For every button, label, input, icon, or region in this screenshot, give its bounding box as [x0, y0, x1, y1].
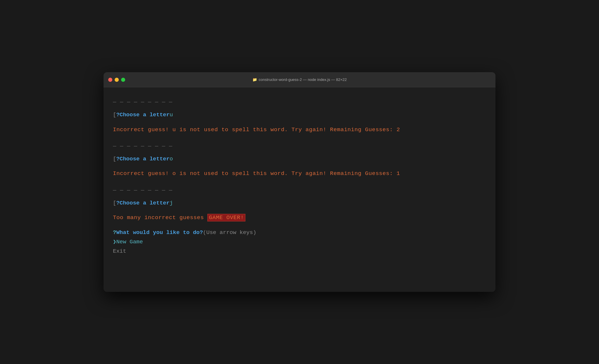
menu-prompt-q: ? — [113, 228, 116, 237]
game-over-prefix: Too many incorrect guesses GAME OVER! — [113, 213, 486, 222]
dashes-line-3: _ _ _ _ _ _ _ _ _ — [113, 184, 486, 193]
prompt-q-2: ? — [116, 154, 119, 164]
window-title: 📁 constructor-word-guess-2 — node index.… — [252, 77, 347, 82]
prompt-q-1: ? — [116, 110, 119, 119]
error-line-2: Incorrect guess! o is not used to spell … — [113, 169, 486, 178]
dashes-line-1: _ _ _ _ _ _ _ _ _ — [113, 96, 486, 105]
prompt-bracket-1: [ — [113, 110, 116, 119]
menu-arrow-icon: ❯ — [113, 237, 116, 247]
terminal-window: 📁 constructor-word-guess-2 — node index.… — [104, 72, 495, 292]
minimize-button[interactable] — [115, 78, 119, 82]
prompt-line-3: [ ? Choose a letter j — [113, 198, 486, 208]
prompt-q-3: ? — [116, 198, 119, 208]
folder-icon: 📁 — [252, 77, 257, 82]
prompt-answer-1: u — [170, 110, 173, 119]
menu-item-new-game[interactable]: ❯ New Game — [113, 237, 486, 247]
prompt-answer-3: j — [170, 198, 173, 208]
prompt-line-1: [ ? Choose a letter u — [113, 110, 486, 119]
prompt-keyword-3: Choose a letter — [120, 198, 170, 208]
menu-prompt-hint: (Use arrow keys) — [203, 228, 256, 237]
dashes-line-2: _ _ _ _ _ _ _ _ _ — [113, 140, 486, 149]
error-text-2: Incorrect guess! o is not used to spell … — [113, 169, 486, 178]
menu-prompt-line: ? What would you like to do? (Use arrow … — [113, 228, 486, 237]
menu-prompt-text: What would you like to do? — [116, 228, 203, 237]
close-button[interactable] — [108, 78, 112, 82]
dashes-text-3: _ _ _ _ _ _ _ _ _ — [113, 184, 486, 193]
prompt-keyword-2: Choose a letter — [120, 154, 170, 164]
menu-new-game-label: New Game — [116, 237, 143, 247]
prompt-bracket-2: [ — [113, 154, 116, 164]
dashes-text-2: _ _ _ _ _ _ _ _ _ — [113, 140, 486, 149]
titlebar: 📁 constructor-word-guess-2 — node index.… — [104, 72, 495, 87]
traffic-lights — [108, 78, 125, 82]
dashes-text-1: _ _ _ _ _ _ _ _ _ — [113, 96, 486, 105]
error-text-1: Incorrect guess! u is not used to spell … — [113, 125, 486, 134]
menu-item-exit[interactable]: Exit — [113, 247, 486, 256]
prompt-line-2: [ ? Choose a letter o — [113, 154, 486, 164]
game-over-line: Too many incorrect guesses GAME OVER! — [113, 213, 486, 222]
maximize-button[interactable] — [121, 78, 125, 82]
terminal-body: _ _ _ _ _ _ _ _ _ [ ? Choose a letter u … — [104, 87, 495, 292]
title-text: constructor-word-guess-2 — node index.js… — [259, 77, 347, 82]
game-over-highlight: GAME OVER! — [207, 214, 245, 221]
menu-exit-label: Exit — [113, 247, 126, 256]
error-line-1: Incorrect guess! u is not used to spell … — [113, 125, 486, 134]
prompt-bracket-3: [ — [113, 198, 116, 208]
prompt-answer-2: o — [170, 154, 173, 164]
prompt-keyword-1: Choose a letter — [120, 110, 170, 119]
